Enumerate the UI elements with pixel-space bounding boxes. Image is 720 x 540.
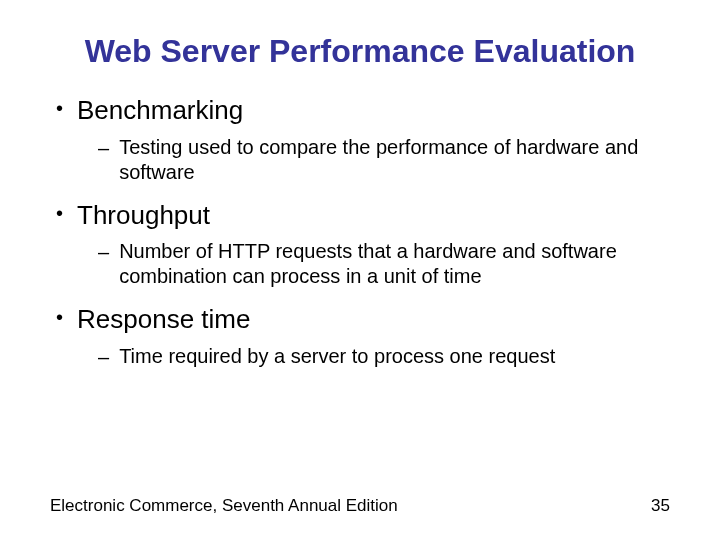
bullet-sub-text: Testing used to compare the performance … — [119, 135, 660, 185]
bullet-marker: • — [56, 94, 63, 122]
bullet-marker: • — [56, 199, 63, 227]
bullet-item: • Throughput — [50, 199, 670, 232]
bullet-label: Throughput — [77, 199, 210, 232]
bullet-sub-item: – Number of HTTP requests that a hardwar… — [98, 239, 670, 289]
bullet-sub-marker: – — [98, 135, 109, 161]
slide-title: Web Server Performance Evaluation — [50, 32, 670, 70]
slide-content: • Benchmarking – Testing used to compare… — [50, 94, 670, 370]
bullet-marker: • — [56, 303, 63, 331]
bullet-sub-text: Time required by a server to process one… — [119, 344, 555, 369]
footer-source: Electronic Commerce, Seventh Annual Edit… — [50, 496, 398, 516]
slide-footer: Electronic Commerce, Seventh Annual Edit… — [50, 496, 670, 516]
bullet-sub-item: – Time required by a server to process o… — [98, 344, 670, 370]
bullet-sub-item: – Testing used to compare the performanc… — [98, 135, 670, 185]
bullet-label: Benchmarking — [77, 94, 243, 127]
bullet-sub-marker: – — [98, 239, 109, 265]
bullet-sub-marker: – — [98, 344, 109, 370]
bullet-label: Response time — [77, 303, 250, 336]
bullet-item: • Benchmarking — [50, 94, 670, 127]
footer-page-number: 35 — [651, 496, 670, 516]
bullet-sub-text: Number of HTTP requests that a hardware … — [119, 239, 660, 289]
bullet-item: • Response time — [50, 303, 670, 336]
